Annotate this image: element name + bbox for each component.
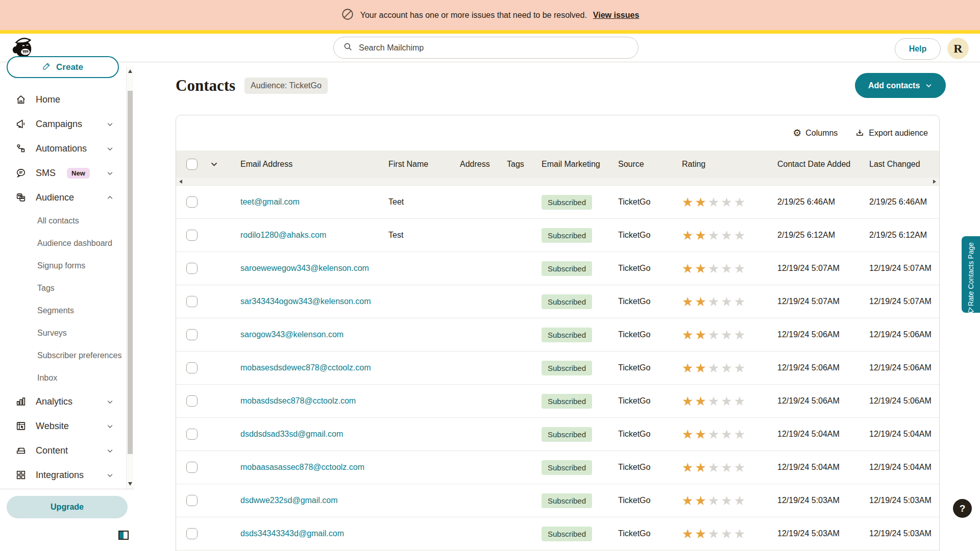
star-filled-icon: ★	[682, 195, 695, 209]
sidebar-scrollbar[interactable]	[126, 66, 133, 489]
star-empty-icon: ★	[734, 294, 747, 309]
star-empty-icon: ★	[708, 394, 721, 408]
contact-email-link[interactable]: mobaasasassec878@cctoolz.com	[240, 463, 364, 471]
row-checkbox[interactable]	[186, 429, 198, 440]
sidebar-item-signup-forms[interactable]: Signup forms	[0, 255, 125, 277]
sidebar-item-tags[interactable]: Tags	[0, 277, 125, 299]
view-issues-link[interactable]: View issues	[593, 11, 639, 20]
upgrade-button[interactable]: Upgrade	[7, 496, 128, 518]
sidebar-item-content[interactable]: Content	[0, 438, 125, 463]
star-filled-icon: ★	[682, 228, 695, 242]
row-checkbox[interactable]	[186, 263, 198, 274]
row-checkbox[interactable]	[186, 462, 198, 473]
sidebar-item-audience-dashboard[interactable]: Audience dashboard	[0, 232, 125, 255]
table-row: mobasesdsdewec878@cctoolz.com Subscribed…	[176, 352, 939, 385]
contact-source: TicketGo	[618, 330, 682, 339]
contact-email-link[interactable]: sarogow343@kelenson.com	[240, 330, 344, 339]
column-header-address[interactable]: Address	[460, 160, 507, 169]
contact-email-link[interactable]: dsddsdsad33sd@gmail.com	[240, 430, 343, 438]
scroll-right-arrow-icon[interactable]	[933, 180, 936, 184]
star-empty-icon: ★	[721, 427, 733, 441]
row-checkbox[interactable]	[186, 230, 198, 241]
star-empty-icon: ★	[734, 460, 747, 474]
contact-date-added: 2/19/25 6:12AM	[777, 231, 869, 240]
chevron-down-icon	[106, 169, 114, 177]
search-input[interactable]	[359, 43, 629, 53]
column-header-email[interactable]: Email Address	[240, 160, 388, 169]
star-filled-icon: ★	[695, 261, 707, 276]
scroll-down-arrow-icon[interactable]	[128, 482, 132, 486]
row-checkbox[interactable]	[186, 362, 198, 373]
scroll-up-arrow-icon[interactable]	[128, 69, 132, 73]
column-header-email-marketing[interactable]: Email Marketing	[542, 160, 618, 169]
contact-email-link[interactable]: dsdwwe232sd@gmail.com	[240, 496, 338, 505]
star-empty-icon: ★	[708, 493, 721, 508]
table-horizontal-scrollbar[interactable]	[176, 178, 939, 186]
star-empty-icon: ★	[708, 427, 721, 441]
star-rating: ★★★★★	[682, 229, 777, 242]
sidebar-scrollbar-thumb[interactable]	[128, 91, 133, 454]
sidebar-item-subscriber-preferences[interactable]: Subscriber preferences	[0, 344, 125, 367]
contact-email-link[interactable]: teet@gmail.com	[240, 197, 300, 206]
star-empty-icon: ★	[721, 294, 733, 309]
scroll-left-arrow-icon[interactable]	[179, 180, 182, 184]
chevron-up-icon	[106, 194, 114, 202]
sidebar-item-campaigns[interactable]: Campaigns	[0, 112, 125, 136]
row-checkbox[interactable]	[186, 528, 198, 539]
top-app-bar: Help R 1	[0, 34, 980, 62]
column-header-date-added[interactable]: Contact Date Added	[777, 160, 869, 169]
add-contacts-button[interactable]: Add contacts	[855, 73, 946, 98]
star-rating: ★★★★★	[682, 461, 777, 474]
row-checkbox[interactable]	[186, 296, 198, 307]
sidebar-item-integrations[interactable]: Integrations	[0, 463, 125, 487]
rate-contacts-page-tab[interactable]: Rate Contacts Page	[962, 236, 980, 313]
column-header-rating[interactable]: Rating	[682, 160, 777, 169]
star-empty-icon: ★	[734, 527, 747, 541]
sidebar-item-home[interactable]: Home	[0, 87, 125, 112]
page-title: Contacts	[176, 77, 235, 95]
sidebar-item-segments[interactable]: Segments	[0, 299, 125, 322]
row-checkbox[interactable]	[186, 395, 198, 407]
sidebar-item-sms[interactable]: SMS New	[0, 161, 125, 185]
row-checkbox[interactable]	[186, 196, 198, 208]
row-checkbox[interactable]	[186, 329, 198, 340]
star-empty-icon: ★	[721, 493, 733, 508]
sidebar-item-analytics[interactable]: Analytics	[0, 389, 125, 414]
contact-email-link[interactable]: mobasesdsdewec878@cctoolz.com	[240, 363, 371, 372]
audience-subnav: All contacts Audience dashboard Signup f…	[0, 210, 125, 389]
select-all-checkbox[interactable]	[186, 159, 198, 170]
global-search[interactable]	[333, 37, 639, 59]
sidebar-item-surveys[interactable]: Surveys	[0, 322, 125, 344]
export-audience-button[interactable]: Export audience	[855, 128, 928, 138]
star-empty-icon: ★	[734, 394, 747, 408]
column-header-last-changed[interactable]: Last Changed	[869, 160, 939, 169]
contact-email-link[interactable]: rodilo1280@ahaks.com	[240, 231, 326, 239]
sidebar-item-website[interactable]: Website	[0, 414, 125, 438]
status-badge: Subscribed	[542, 493, 592, 508]
create-button[interactable]: Create	[7, 56, 119, 78]
star-filled-icon: ★	[695, 361, 707, 375]
contact-email-link[interactable]: dsds34343343d@gmail.com	[240, 529, 344, 538]
bulk-actions-chevron[interactable]	[210, 160, 240, 168]
sidebar-item-inbox[interactable]: Inbox	[0, 367, 125, 389]
contact-date-added: 12/19/24 5:04AM	[777, 430, 869, 439]
columns-label: Columns	[805, 129, 838, 138]
sidebar-item-audience[interactable]: Audience	[0, 185, 125, 210]
help-button[interactable]: Help	[895, 38, 941, 60]
sidebar-item-all-contacts[interactable]: All contacts	[0, 210, 125, 232]
row-checkbox[interactable]	[186, 495, 198, 506]
columns-button[interactable]: ⚙ Columns	[793, 128, 838, 138]
rate-tab-label: Rate Contacts Page	[967, 242, 975, 306]
contact-email-link[interactable]: saroewewegow343@kelenson.com	[240, 264, 369, 272]
column-header-first-name[interactable]: First Name	[388, 160, 460, 169]
avatar[interactable]: R	[947, 38, 969, 59]
contact-email-link[interactable]: sar343434ogow343@kelenson.com	[240, 297, 371, 306]
help-fab-button[interactable]: ?	[953, 499, 972, 518]
contact-email-link[interactable]: mobasdsdsec878@cctoolz.com	[240, 396, 356, 405]
star-filled-icon: ★	[695, 328, 707, 342]
column-header-source[interactable]: Source	[618, 160, 682, 169]
sidebar-item-automations[interactable]: Automations	[0, 136, 125, 161]
collapse-sidebar-icon[interactable]	[118, 531, 129, 540]
megaphone-icon	[15, 118, 27, 130]
column-header-tags[interactable]: Tags	[507, 160, 542, 169]
